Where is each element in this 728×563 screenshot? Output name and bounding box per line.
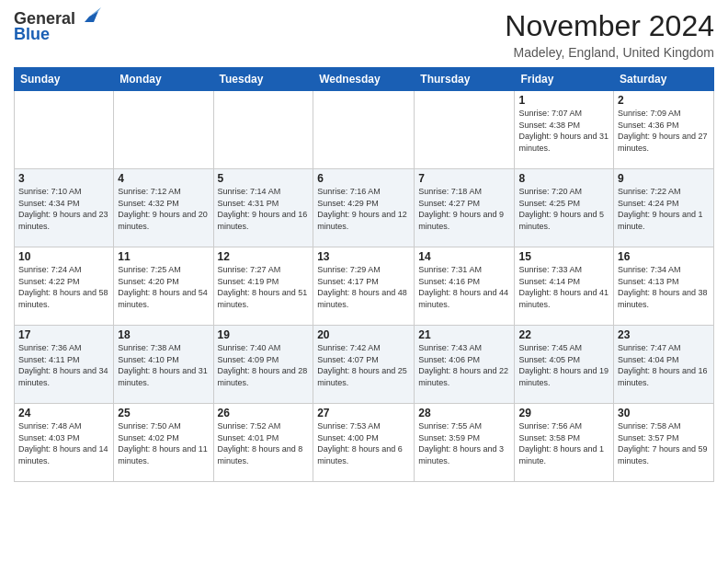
day-info: Sunrise: 7:14 AM Sunset: 4:31 PM Dayligh…	[218, 186, 310, 232]
sunset-text: Sunset: 4:34 PM	[18, 199, 80, 208]
day-number: 13	[317, 250, 410, 263]
sunset-text: Sunset: 4:13 PM	[618, 277, 679, 286]
day-info: Sunrise: 7:33 AM Sunset: 4:14 PM Dayligh…	[518, 264, 609, 310]
day-number: 15	[518, 250, 609, 263]
header: General Blue November 2024 Madeley, Engl…	[14, 9, 714, 60]
day-number: 3	[18, 172, 109, 185]
sunrise-text: Sunrise: 7:20 AM	[518, 187, 582, 196]
daylight-text: Daylight: 8 hours and 11 minutes.	[118, 444, 208, 465]
sunrise-text: Sunrise: 7:09 AM	[618, 109, 681, 118]
sunset-text: Sunset: 4:07 PM	[317, 355, 379, 364]
cell-1-3: 6 Sunrise: 7:16 AM Sunset: 4:29 PM Dayli…	[313, 169, 415, 247]
day-number: 27	[317, 407, 410, 419]
day-info: Sunrise: 7:16 AM Sunset: 4:29 PM Dayligh…	[317, 186, 410, 232]
daylight-text: Daylight: 9 hours and 23 minutes.	[18, 210, 108, 231]
sunrise-text: Sunrise: 7:10 AM	[18, 187, 82, 196]
daylight-text: Daylight: 8 hours and 19 minutes.	[518, 366, 609, 387]
day-number: 21	[418, 328, 510, 341]
day-info: Sunrise: 7:34 AM Sunset: 4:13 PM Dayligh…	[618, 264, 710, 310]
day-info: Sunrise: 7:47 AM Sunset: 4:04 PM Dayligh…	[618, 342, 710, 388]
sunset-text: Sunset: 4:09 PM	[218, 355, 279, 364]
sunrise-text: Sunrise: 7:12 AM	[118, 187, 181, 196]
cell-1-6: 9 Sunrise: 7:22 AM Sunset: 4:24 PM Dayli…	[614, 169, 714, 247]
day-info: Sunrise: 7:25 AM Sunset: 4:20 PM Dayligh…	[118, 264, 209, 310]
sunrise-text: Sunrise: 7:43 AM	[418, 343, 482, 352]
daylight-text: Daylight: 8 hours and 3 minutes.	[418, 444, 504, 465]
cell-4-0: 24 Sunrise: 7:48 AM Sunset: 4:03 PM Dayl…	[15, 404, 114, 482]
cell-1-2: 5 Sunrise: 7:14 AM Sunset: 4:31 PM Dayli…	[213, 169, 313, 247]
header-thursday: Thursday	[415, 68, 515, 91]
cell-3-1: 18 Sunrise: 7:38 AM Sunset: 4:10 PM Dayl…	[114, 326, 213, 404]
sunset-text: Sunset: 4:02 PM	[118, 433, 179, 442]
sunrise-text: Sunrise: 7:52 AM	[218, 421, 281, 431]
day-info: Sunrise: 7:09 AM Sunset: 4:36 PM Dayligh…	[618, 108, 710, 154]
daylight-text: Daylight: 9 hours and 12 minutes.	[317, 210, 407, 231]
sunrise-text: Sunrise: 7:16 AM	[317, 187, 381, 196]
sunrise-text: Sunrise: 7:56 AM	[518, 421, 582, 431]
daylight-text: Daylight: 8 hours and 31 minutes.	[118, 366, 208, 387]
cell-0-3	[313, 91, 415, 169]
cell-0-0	[15, 91, 114, 169]
day-number: 9	[618, 172, 710, 185]
day-number: 14	[418, 250, 510, 263]
sunset-text: Sunset: 4:16 PM	[418, 277, 480, 286]
day-number: 4	[118, 172, 209, 185]
daylight-text: Daylight: 9 hours and 1 minute.	[618, 210, 703, 231]
day-info: Sunrise: 7:29 AM Sunset: 4:17 PM Dayligh…	[317, 264, 410, 310]
cell-2-5: 15 Sunrise: 7:33 AM Sunset: 4:14 PM Dayl…	[515, 247, 614, 326]
day-info: Sunrise: 7:58 AM Sunset: 3:57 PM Dayligh…	[618, 420, 710, 466]
daylight-text: Daylight: 9 hours and 9 minutes.	[418, 210, 504, 231]
sunset-text: Sunset: 4:20 PM	[118, 277, 179, 286]
sunrise-text: Sunrise: 7:47 AM	[618, 343, 681, 352]
cell-4-5: 29 Sunrise: 7:56 AM Sunset: 3:58 PM Dayl…	[515, 404, 614, 482]
day-info: Sunrise: 7:40 AM Sunset: 4:09 PM Dayligh…	[218, 342, 310, 388]
location: Madeley, England, United Kingdom	[505, 45, 714, 60]
day-number: 7	[418, 172, 510, 185]
day-info: Sunrise: 7:31 AM Sunset: 4:16 PM Dayligh…	[418, 264, 510, 310]
day-number: 11	[118, 250, 209, 263]
sunset-text: Sunset: 3:57 PM	[618, 433, 679, 442]
sunrise-text: Sunrise: 7:25 AM	[118, 265, 181, 274]
day-info: Sunrise: 7:45 AM Sunset: 4:05 PM Dayligh…	[518, 342, 609, 388]
daylight-text: Daylight: 9 hours and 16 minutes.	[218, 210, 308, 231]
page: General Blue November 2024 Madeley, Engl…	[0, 0, 728, 563]
day-info: Sunrise: 7:27 AM Sunset: 4:19 PM Dayligh…	[218, 264, 310, 310]
header-saturday: Saturday	[614, 68, 714, 91]
sunset-text: Sunset: 4:00 PM	[317, 433, 379, 442]
cell-4-1: 25 Sunrise: 7:50 AM Sunset: 4:02 PM Dayl…	[114, 404, 213, 482]
day-number: 22	[518, 328, 609, 341]
daylight-text: Daylight: 9 hours and 5 minutes.	[518, 210, 604, 231]
daylight-text: Daylight: 9 hours and 31 minutes.	[518, 132, 609, 153]
sunset-text: Sunset: 4:17 PM	[317, 277, 379, 286]
calendar-table: Sunday Monday Tuesday Wednesday Thursday…	[14, 67, 714, 482]
cell-3-5: 22 Sunrise: 7:45 AM Sunset: 4:05 PM Dayl…	[515, 326, 614, 404]
cell-3-0: 17 Sunrise: 7:36 AM Sunset: 4:11 PM Dayl…	[15, 326, 114, 404]
day-info: Sunrise: 7:07 AM Sunset: 4:38 PM Dayligh…	[518, 108, 609, 154]
sunset-text: Sunset: 4:11 PM	[18, 355, 80, 364]
sunrise-text: Sunrise: 7:36 AM	[18, 343, 82, 352]
cell-2-0: 10 Sunrise: 7:24 AM Sunset: 4:22 PM Dayl…	[15, 247, 114, 326]
sunrise-text: Sunrise: 7:58 AM	[618, 421, 681, 431]
header-sunday: Sunday	[15, 68, 114, 91]
sunset-text: Sunset: 3:58 PM	[518, 433, 580, 442]
week-row-1: 3 Sunrise: 7:10 AM Sunset: 4:34 PM Dayli…	[15, 169, 714, 247]
sunset-text: Sunset: 4:32 PM	[118, 199, 179, 208]
sunrise-text: Sunrise: 7:22 AM	[618, 187, 681, 196]
day-number: 19	[218, 328, 310, 341]
sunrise-text: Sunrise: 7:34 AM	[618, 265, 681, 274]
cell-0-5: 1 Sunrise: 7:07 AM Sunset: 4:38 PM Dayli…	[515, 91, 614, 169]
sunrise-text: Sunrise: 7:53 AM	[317, 421, 381, 431]
daylight-text: Daylight: 9 hours and 20 minutes.	[118, 210, 208, 231]
title-area: November 2024 Madeley, England, United K…	[505, 9, 714, 60]
daylight-text: Daylight: 8 hours and 38 minutes.	[618, 288, 708, 309]
day-info: Sunrise: 7:43 AM Sunset: 4:06 PM Dayligh…	[418, 342, 510, 388]
sunrise-text: Sunrise: 7:50 AM	[118, 421, 181, 431]
sunrise-text: Sunrise: 7:38 AM	[118, 343, 181, 352]
day-info: Sunrise: 7:38 AM Sunset: 4:10 PM Dayligh…	[118, 342, 209, 388]
daylight-text: Daylight: 8 hours and 16 minutes.	[618, 366, 708, 387]
cell-0-1	[114, 91, 213, 169]
cell-0-2	[213, 91, 313, 169]
daylight-text: Daylight: 8 hours and 14 minutes.	[18, 444, 108, 465]
sunrise-text: Sunrise: 7:18 AM	[418, 187, 482, 196]
cell-2-6: 16 Sunrise: 7:34 AM Sunset: 4:13 PM Dayl…	[614, 247, 714, 326]
